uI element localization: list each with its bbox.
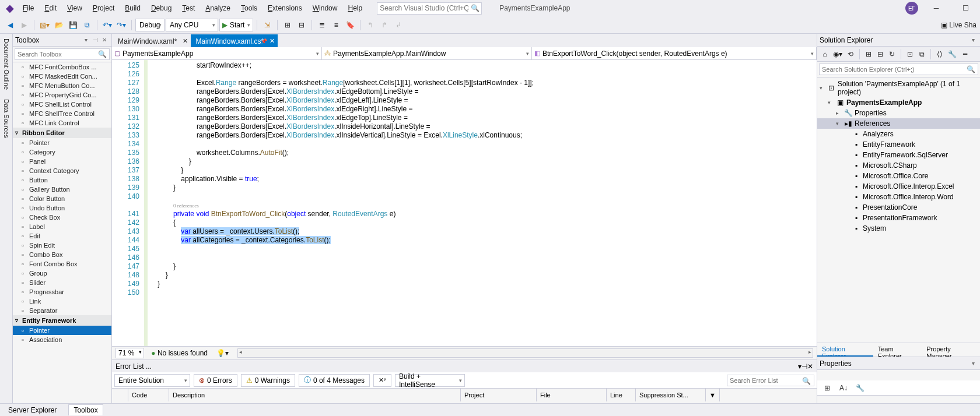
tree-item[interactable]: ▪Analyzers	[817, 129, 980, 139]
menu-window[interactable]: Window	[307, 2, 343, 15]
errors-filter-button[interactable]: ⊗0 Errors	[194, 374, 237, 387]
tree-item[interactable]: ▾▣PaymentsExampleApp	[817, 97, 980, 108]
tb-icon-2[interactable]: ⊟	[295, 19, 308, 31]
solexp-tab[interactable]: Solution Explorer	[817, 343, 873, 357]
tree-item[interactable]: ▪Microsoft.Office.Core	[817, 171, 980, 181]
open-button[interactable]: 📂	[52, 19, 65, 31]
toolbox-item[interactable]: ▫Separator	[13, 306, 111, 315]
toolbox-item[interactable]: ▫Edit	[13, 231, 111, 241]
toolbox-item[interactable]: ▫Panel	[13, 157, 111, 166]
solexp-btn[interactable]: ⊡	[905, 48, 915, 60]
tb-icon-5[interactable]: ↰	[364, 19, 377, 31]
solexp-tab[interactable]: Property Manager	[922, 343, 980, 357]
props-categorized-button[interactable]: ⊞	[821, 382, 834, 394]
solexp-btn[interactable]: ◉▾	[831, 48, 844, 60]
save-all-button[interactable]: ⧉	[80, 19, 93, 31]
tree-item[interactable]: ▾⊡Solution 'PaymentsExampleApp' (1 of 1 …	[817, 79, 980, 97]
solexp-btn[interactable]: ⟨⟩	[935, 48, 945, 60]
tb-icon-4[interactable]: ≡	[330, 19, 342, 31]
solexp-home-button[interactable]: ⌂	[820, 48, 830, 60]
tree-item[interactable]: ▪PresentationFramework	[817, 213, 980, 223]
filter-icon[interactable]: ▼	[706, 389, 720, 401]
toolbox-search-input[interactable]	[15, 48, 110, 60]
props-alpha-button[interactable]: A↓	[837, 382, 850, 394]
toolbox-list[interactable]: ▫MFC FontComboBox ...▫MFC MaskedEdit Con…	[13, 62, 111, 403]
toolbox-item[interactable]: ▫Label	[13, 222, 111, 231]
menu-tools[interactable]: Tools	[236, 2, 262, 15]
tb-icon-1[interactable]: ⊞	[281, 19, 294, 31]
errlist-column-header[interactable]: Project	[461, 389, 537, 401]
document-tab[interactable]: MainWindow.xaml*✕	[113, 34, 191, 47]
warnings-filter-button[interactable]: ⚠0 Warnings	[241, 374, 295, 387]
toolbox-item[interactable]: ▫Progressbar	[13, 287, 111, 297]
toolbox-item[interactable]: ▫Link	[13, 297, 111, 306]
menu-debug[interactable]: Debug	[146, 2, 177, 15]
toolbox-item[interactable]: ▫Group	[13, 269, 111, 278]
tree-item[interactable]: ▪Microsoft.CSharp	[817, 160, 980, 171]
toolbox-item[interactable]: ▫MFC MaskedEdit Con...	[13, 72, 111, 81]
lightbulb-button[interactable]: 💡▾	[215, 347, 230, 359]
solexp-sync-button[interactable]: ⟲	[845, 48, 856, 60]
live-share-button[interactable]: ▣Live Sha	[941, 21, 977, 29]
tree-item[interactable]: ▾▸▮References	[817, 118, 980, 129]
maximize-button[interactable]: ☐	[954, 1, 977, 16]
user-avatar[interactable]: ЕГ	[905, 2, 918, 15]
toolbox-item[interactable]: ▫Pointer	[13, 138, 111, 147]
toolbox-category[interactable]: Ribbon Editor	[13, 128, 111, 138]
errlist-column-header[interactable]: Suppression St...	[636, 389, 706, 401]
toolbox-category[interactable]: Entity Framework	[13, 315, 111, 326]
menu-project[interactable]: Project	[88, 2, 120, 15]
errlist-search-input[interactable]	[727, 375, 814, 386]
toolbox-item[interactable]: ▫Context Category	[13, 166, 111, 175]
configuration-dropdown[interactable]: Debug	[135, 19, 164, 31]
menu-test[interactable]: Test	[177, 2, 200, 15]
toolbox-item[interactable]: ▫Pointer	[13, 326, 111, 335]
tb-icon-3[interactable]: ≣	[316, 19, 328, 31]
toolbox-close-button[interactable]: ✕	[100, 36, 109, 45]
messages-filter-button[interactable]: ⓘ0 of 4 Messages	[299, 374, 370, 387]
toolbox-item[interactable]: ▫Category	[13, 147, 111, 157]
code-editor[interactable]: 1251261271281291301311321331341351361371…	[112, 60, 817, 346]
undo-button[interactable]: ↶▾	[101, 19, 114, 31]
save-button[interactable]: 💾	[66, 19, 79, 31]
close-icon[interactable]: ✕	[183, 37, 188, 45]
toolbox-item[interactable]: ▫MFC Link Control	[13, 118, 111, 128]
props-wrench-button[interactable]: 🔧	[853, 382, 866, 394]
nav-class-dropdown[interactable]: ⁂PaymentsExampleApp.MainWindow	[322, 47, 532, 59]
errlist-filter-button[interactable]: ✕ʸ	[373, 374, 391, 387]
toolbox-menu-button[interactable]: ▾	[81, 36, 90, 45]
tree-item[interactable]: ▸🔧Properties	[817, 108, 980, 118]
errlist-pin-button[interactable]: ⊣	[802, 362, 807, 371]
platform-dropdown[interactable]: Any CPU	[166, 19, 218, 31]
errlist-column-header[interactable]: File	[537, 389, 607, 401]
toolbox-item[interactable]: ▫Spin Edit	[13, 241, 111, 250]
tree-item[interactable]: ▪System	[817, 223, 980, 234]
tree-item[interactable]: ▪EntityFramework.SqlServer	[817, 150, 980, 160]
back-button[interactable]: ◀	[4, 19, 16, 31]
toolbox-item[interactable]: ▫Combo Box	[13, 250, 111, 259]
tb-icon-7[interactable]: ↲	[392, 19, 405, 31]
toolbox-item[interactable]: ▫MFC FontComboBox ...	[13, 62, 111, 72]
toolbox-item[interactable]: ▫MFC MenuButton Co...	[13, 81, 111, 90]
document-tab[interactable]: MainWindow.xaml.cs*📌✕	[191, 34, 278, 47]
tree-item[interactable]: ▪Microsoft.Office.Interop.Excel	[817, 181, 980, 192]
close-icon[interactable]: ✕	[270, 37, 275, 45]
tb-icon-6[interactable]: ↱	[378, 19, 391, 31]
toolbox-item[interactable]: ▫Check Box	[13, 213, 111, 222]
nav-project-dropdown[interactable]: ▢PaymentsExampleApp	[112, 47, 322, 59]
errlist-source-dropdown[interactable]: Build + IntelliSense	[395, 374, 465, 387]
menu-edit[interactable]: Edit	[39, 2, 62, 15]
errlist-close-button[interactable]: ✕	[807, 362, 813, 371]
bottom-tab[interactable]: Toolbox	[68, 404, 103, 415]
side-tab-data-sources[interactable]: Data Sources	[2, 97, 11, 140]
errlist-scope-dropdown[interactable]: Entire Solution	[114, 374, 190, 387]
toolbox-pin-button[interactable]: ⊣	[90, 36, 100, 45]
toolbox-item[interactable]: ▫Button	[13, 175, 111, 185]
toolbox-item[interactable]: ▫Color Button	[13, 194, 111, 203]
menu-analyze[interactable]: Analyze	[200, 2, 236, 15]
new-project-button[interactable]: ▧▾	[38, 19, 51, 31]
solexp-properties-button[interactable]: 🔧	[946, 48, 958, 60]
forward-button[interactable]: ▶	[18, 19, 30, 31]
quick-launch[interactable]: 🔍	[377, 2, 482, 15]
solexp-menu-button[interactable]: ▾	[968, 36, 978, 45]
